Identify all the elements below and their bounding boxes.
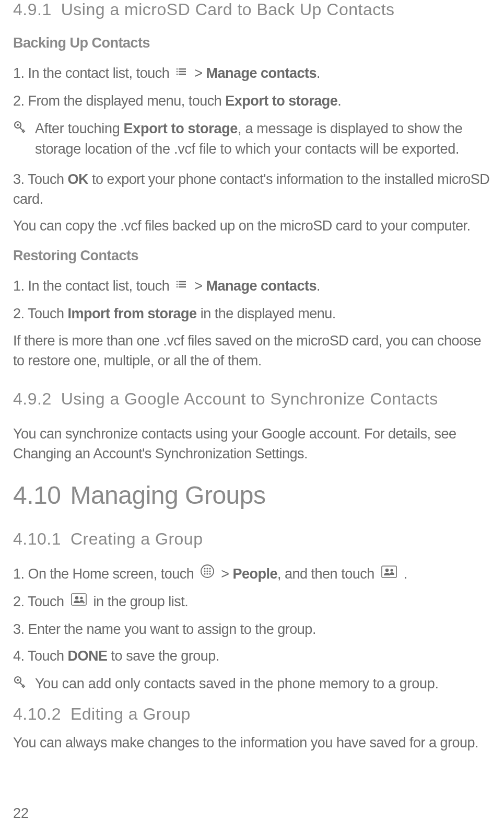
svg-point-17: [209, 568, 211, 569]
heading-4-10: 4.10Managing Groups: [13, 481, 491, 510]
note-text: You can add only contacts saved in the p…: [35, 674, 439, 694]
heading-number: 4.9.2: [13, 389, 52, 409]
group-step-4: 4. Touch DONE to save the group.: [13, 647, 491, 666]
step-3: 3. Touch OK to export your phone contact…: [13, 170, 491, 210]
restore-step-2: 2. Touch Import from storage in the disp…: [13, 304, 491, 324]
note-icon: [13, 121, 29, 137]
note-block: After touching Export to storage, a mess…: [13, 119, 491, 159]
svg-point-4: [177, 71, 178, 73]
svg-point-11: [177, 281, 178, 283]
svg-point-16: [207, 568, 208, 569]
subheading-restore: Restoring Contacts: [13, 248, 491, 264]
note-text: After touching Export to storage, a mess…: [35, 119, 491, 159]
group-icon: [381, 564, 397, 584]
svg-point-21: [204, 573, 206, 574]
heading-number: 4.10: [13, 481, 61, 510]
svg-point-3: [177, 68, 178, 70]
svg-point-7: [17, 124, 19, 126]
svg-rect-24: [382, 566, 396, 578]
menu-icon: [176, 276, 187, 296]
group-step-3: 3. Enter the name you want to assign to …: [13, 620, 491, 640]
step-2: 2. From the displayed menu, touch Export…: [13, 91, 491, 111]
restore-step-1: 1. In the contact list, touch > Manage c…: [13, 276, 491, 297]
heading-text: Managing Groups: [70, 481, 265, 509]
svg-point-35: [17, 679, 19, 681]
apps-icon: [201, 564, 214, 584]
note-block: You can add only contacts saved in the p…: [13, 674, 491, 694]
svg-point-23: [209, 573, 211, 574]
svg-point-19: [207, 570, 208, 572]
heading-text: Using a microSD Card to Back Up Contacts: [61, 0, 395, 19]
svg-point-12: [177, 284, 178, 285]
paragraph: You can synchronize contacts using your …: [13, 424, 491, 464]
heading-4-10-2: 4.10.2Editing a Group: [13, 705, 491, 724]
svg-point-18: [204, 570, 206, 572]
paragraph: You can copy the .vcf files backed up on…: [13, 216, 491, 236]
svg-point-15: [204, 568, 206, 569]
paragraph: You can always make changes to the infor…: [13, 733, 491, 753]
heading-4-9-2: 4.9.2Using a Google Account to Synchroni…: [13, 389, 491, 409]
heading-text: Creating a Group: [71, 529, 203, 548]
svg-point-5: [177, 74, 178, 75]
menu-icon: [176, 63, 187, 83]
page-number: 22: [13, 805, 29, 822]
heading-number: 4.10.2: [13, 705, 61, 724]
note-icon: [13, 676, 29, 692]
svg-point-22: [207, 573, 208, 574]
heading-text: Using a Google Account to Synchronize Co…: [61, 389, 438, 408]
heading-4-9-1: 4.9.1Using a microSD Card to Back Up Con…: [13, 0, 491, 19]
svg-point-25: [385, 569, 388, 572]
svg-point-28: [75, 596, 78, 599]
paragraph: If there is more than one .vcf files sav…: [13, 331, 491, 371]
heading-4-10-1: 4.10.1Creating a Group: [13, 529, 491, 549]
add-group-icon: [71, 592, 87, 611]
heading-text: Editing a Group: [71, 705, 191, 723]
svg-point-13: [177, 286, 178, 288]
step-1: 1. In the contact list, touch > Manage c…: [13, 64, 491, 84]
subheading-backup: Backing Up Contacts: [13, 35, 491, 51]
heading-number: 4.10.1: [13, 529, 61, 549]
heading-number: 4.9.1: [13, 0, 52, 19]
group-step-1: 1. On the Home screen, touch > People, a…: [13, 564, 491, 585]
svg-point-29: [80, 596, 83, 599]
svg-point-20: [209, 570, 211, 572]
svg-point-26: [390, 569, 393, 571]
group-step-2: 2. Touch in the group list.: [13, 592, 491, 613]
